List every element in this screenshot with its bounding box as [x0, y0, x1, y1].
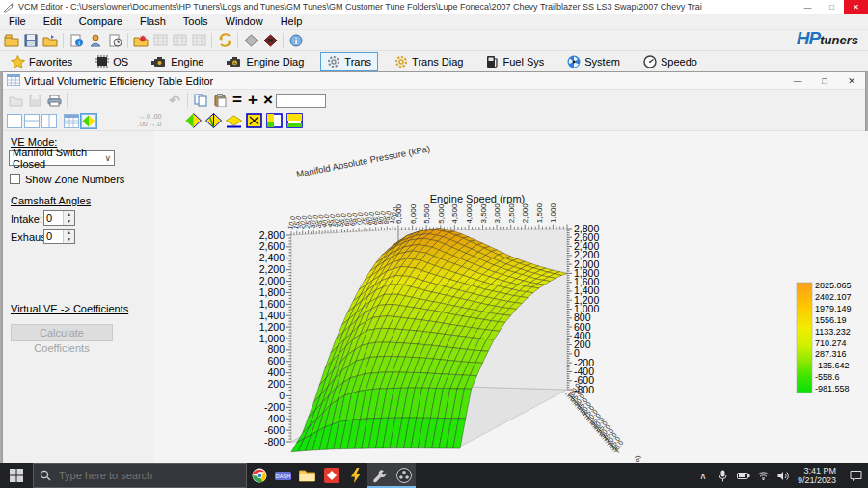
tab-fuel-sys[interactable]: Fuel Sys [479, 52, 551, 71]
add-button[interactable]: + [248, 92, 258, 109]
ve-mode-dropdown[interactable]: Manifold Switch Closed ∨ [9, 150, 115, 166]
minimize-button[interactable]: — [796, 0, 820, 14]
chart-3d-wireframe-icon[interactable] [205, 113, 222, 128]
obs-icon [396, 468, 412, 483]
open-file-icon[interactable] [2, 32, 21, 49]
ve-close-button[interactable]: ✕ [838, 72, 865, 90]
copy-icon[interactable] [191, 92, 210, 109]
view-split-horizontal-icon[interactable] [24, 114, 40, 128]
view-surface-icon[interactable] [81, 114, 96, 128]
chart-grid-x-icon[interactable] [246, 113, 262, 128]
compare-icon[interactable] [215, 32, 234, 49]
ve-surface-plot[interactable]: 2,8002,8002,6002,6002,4002,4002,2002,200… [154, 131, 868, 463]
taskbar-lightning-app[interactable] [343, 463, 367, 488]
show-zone-checkbox[interactable] [10, 174, 20, 184]
chart-3d-flat-icon[interactable] [226, 113, 242, 128]
menu-file[interactable]: File [0, 14, 35, 28]
decimal-decrease-icon[interactable]: .00 →.0 [138, 121, 162, 128]
svg-text:3,000: 3,000 [493, 203, 502, 224]
system-tray: ∧ 3:41 PM 9/21/2023 [696, 463, 868, 488]
svg-text:1,400: 1,400 [259, 310, 285, 321]
save-file-icon[interactable] [21, 32, 41, 49]
ve-print-icon[interactable] [44, 92, 64, 109]
file-history-icon[interactable] [105, 32, 124, 49]
tab-system[interactable]: System [560, 52, 627, 71]
gear-icon [327, 55, 340, 68]
view-split-vertical-icon[interactable] [41, 114, 57, 128]
taskbar-clock[interactable]: 3:41 PM 9/21/2023 [798, 466, 836, 485]
wifi-icon[interactable] [757, 471, 771, 480]
start-button[interactable] [0, 463, 33, 488]
paste-icon[interactable] [210, 92, 230, 109]
chart-grid-top-icon[interactable] [286, 113, 303, 128]
table-view-icon-1[interactable] [150, 32, 170, 49]
close-button[interactable]: ✕ [844, 0, 868, 14]
undo-icon[interactable]: ↶ [165, 92, 184, 109]
ve-open-icon[interactable] [6, 92, 25, 109]
ve-maximize-button[interactable]: □ [811, 72, 838, 90]
chart-grid-half-icon[interactable] [266, 113, 283, 128]
ve-save-icon[interactable] [25, 92, 44, 109]
taskbar-red-diamond-app[interactable] [319, 463, 343, 488]
new-folder-icon[interactable] [131, 32, 150, 49]
maximize-button[interactable]: □ [820, 0, 844, 14]
taskbar-file-explorer[interactable] [295, 463, 319, 488]
license-key-icon[interactable] [86, 32, 105, 49]
spin-down-icon[interactable]: ▼ [64, 236, 74, 243]
table-view-icon-2[interactable] [170, 32, 189, 49]
ve-editor-titlebar[interactable]: Virtual Volumetric Efficiency Table Edit… [3, 72, 865, 90]
intake-spin-arrows[interactable]: ▲ ▼ [63, 211, 74, 225]
clock-date: 9/21/2023 [798, 475, 836, 485]
view-table-icon[interactable] [64, 114, 79, 128]
tab-os[interactable]: OS [89, 52, 135, 70]
tab-trans[interactable]: Trans [320, 52, 378, 71]
decimal-places-icons[interactable]: →.0 .00 .00 →.0 [138, 113, 162, 128]
tab-engine-diag[interactable]: Engine Diag [220, 52, 311, 70]
intake-spinner[interactable]: 0 ▲ ▼ [43, 210, 75, 226]
menu-window[interactable]: Window [217, 14, 272, 28]
table-view-icon-3[interactable] [189, 32, 208, 49]
taskbar-vcm-editor[interactable] [367, 463, 392, 488]
tray-chevron-icon[interactable]: ∧ [696, 471, 710, 481]
wrench-icon [372, 469, 387, 483]
spin-down-icon[interactable]: ▼ [64, 218, 74, 225]
tab-engine[interactable]: Engine [145, 52, 210, 70]
ve-minimize-button[interactable]: — [784, 72, 811, 90]
read-vcm-icon[interactable] [241, 32, 260, 49]
close-file-icon[interactable] [41, 32, 60, 49]
favorites-bar: Favorites OS Engine Engine Diag Trans Tr… [0, 50, 868, 71]
search-input[interactable] [57, 469, 221, 482]
factor-input[interactable] [276, 94, 326, 108]
tab-favorites[interactable]: Favorites [4, 52, 79, 71]
view-single-pane-icon[interactable] [7, 114, 22, 128]
multiply-button[interactable]: × [263, 92, 273, 109]
menu-help[interactable]: Help [272, 14, 312, 28]
windows-logo-icon [10, 469, 23, 482]
menu-tools[interactable]: Tools [175, 14, 217, 28]
menu-compare[interactable]: Compare [70, 14, 131, 28]
taskbar-obs[interactable] [392, 463, 416, 488]
file-info-icon[interactable]: i [67, 32, 86, 49]
battery-icon[interactable] [737, 472, 750, 480]
chart-3d-shaded-icon[interactable] [185, 113, 202, 128]
set-equal-button[interactable]: = [232, 92, 242, 109]
virtual-ve-coefficients-link[interactable]: Virtual VE -> Coefficients [11, 303, 128, 314]
tab-speedo[interactable]: Speedo [637, 52, 704, 71]
spin-up-icon[interactable]: ▲ [64, 230, 74, 236]
info-icon[interactable]: i [286, 32, 306, 49]
taskbar-chrome[interactable] [247, 463, 271, 488]
menu-flash[interactable]: Flash [131, 14, 175, 28]
exhaust-spinner[interactable]: 0 ▲ ▼ [43, 229, 75, 244]
microphone-icon[interactable] [717, 470, 730, 482]
write-vcm-icon[interactable] [260, 32, 280, 49]
taskbar-dash-app[interactable]: DASH [271, 463, 295, 488]
menu-edit[interactable]: Edit [35, 14, 70, 28]
exhaust-spin-arrows[interactable]: ▲ ▼ [63, 230, 74, 243]
taskbar-search[interactable] [33, 463, 247, 488]
decimal-increase-icon[interactable]: →.0 .00 [138, 113, 162, 121]
spin-up-icon[interactable]: ▲ [64, 211, 74, 218]
speaker-icon[interactable] [777, 471, 791, 481]
table-editor-icon [7, 74, 20, 88]
tab-trans-diag[interactable]: Trans Diag [388, 52, 470, 71]
action-center-icon[interactable] [849, 470, 862, 481]
